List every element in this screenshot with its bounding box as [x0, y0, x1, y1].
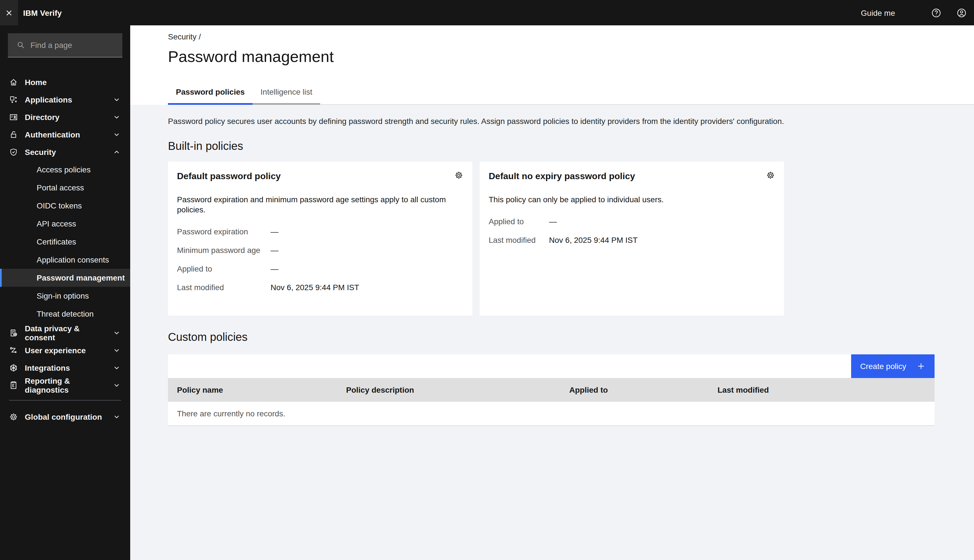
column-header-policy-name[interactable]: Policy name — [168, 385, 337, 394]
table-header-row: Policy name Policy description Applied t… — [168, 378, 934, 402]
data-privacy-icon — [9, 328, 18, 337]
sidebar-subitem-sign-in-options[interactable]: Sign-in options — [0, 287, 130, 305]
chevron-down-icon — [112, 328, 121, 337]
chevron-down-icon — [112, 95, 121, 104]
builtin-policy-cards: Default password policy — [168, 162, 974, 315]
field-label: Applied to — [489, 216, 549, 227]
tab-password-policies[interactable]: Password policies — [168, 82, 252, 105]
tab-bar: Password policies Intelligence list — [168, 82, 974, 105]
sidebar-subitem-api-access[interactable]: API access — [0, 215, 130, 233]
sidebar-item-user-experience[interactable]: User experience — [0, 342, 130, 359]
sidebar-item-label: Security — [25, 147, 56, 156]
gear-icon — [9, 412, 18, 421]
builtin-policies-heading: Built-in policies — [168, 138, 974, 153]
sidebar-subitem-certificates[interactable]: Certificates — [0, 233, 130, 251]
column-header-applied-to[interactable]: Applied to — [560, 385, 709, 394]
chevron-down-icon — [112, 130, 121, 139]
table-toolbar: Create policy — [168, 354, 934, 378]
sidebar-item-label: User experience — [25, 346, 86, 355]
sidebar-subitem-application-consents[interactable]: Application consents — [0, 251, 130, 269]
page-description: Password policy secures user accounts by… — [168, 116, 974, 126]
sidebar-item-reporting[interactable]: Reporting & diagnostics — [0, 376, 130, 394]
chevron-down-icon — [112, 412, 121, 421]
page-title: Password management — [168, 47, 974, 67]
unlock-icon — [9, 130, 18, 139]
sidebar-item-label: Home — [25, 77, 47, 87]
help-button[interactable] — [923, 0, 949, 25]
sidebar-item-label: Applications — [25, 95, 72, 104]
sidebar-item-label: Directory — [25, 112, 60, 122]
shield-check-icon — [9, 147, 18, 156]
field-label: Password expiration — [177, 227, 270, 237]
column-header-last-modified[interactable]: Last modified — [709, 385, 934, 394]
chevron-up-icon — [112, 147, 121, 156]
policy-settings-button[interactable] — [766, 171, 775, 180]
sidebar-item-applications[interactable]: Applications — [0, 91, 130, 108]
sidebar-subitem-threat-detection[interactable]: Threat detection — [0, 305, 130, 323]
field-value: — — [549, 216, 557, 227]
applications-icon — [9, 95, 18, 104]
directory-icon — [9, 112, 18, 122]
column-header-policy-description[interactable]: Policy description — [337, 385, 560, 394]
table-empty-state: There are currently no records. — [168, 402, 934, 426]
search-input[interactable]: Find a page — [8, 33, 122, 57]
policy-field-row: Last modified Nov 6, 2025 9:44 PM IST — [177, 282, 463, 292]
policy-field-row: Minimum password age — — [177, 245, 463, 255]
sidebar-subitem-access-policies[interactable]: Access policies — [0, 160, 130, 178]
sidebar: Find a page Home — [0, 25, 130, 560]
sidebar-item-global-configuration[interactable]: Global configuration — [0, 408, 130, 425]
sidebar-subitem-oidc-tokens[interactable]: OIDC tokens — [0, 197, 130, 215]
field-label: Last modified — [177, 282, 270, 292]
search-placeholder: Find a page — [30, 40, 72, 50]
field-value: — — [270, 264, 279, 274]
top-bar-actions: Guide me — [861, 0, 974, 25]
create-policy-button[interactable]: Create policy — [851, 354, 934, 378]
field-value: Nov 6, 2025 9:44 PM IST — [270, 282, 359, 292]
chevron-down-icon — [112, 112, 121, 122]
card-title: Default no expiry password policy — [489, 171, 635, 182]
chevron-down-icon — [112, 363, 121, 372]
field-label: Last modified — [489, 235, 549, 245]
home-icon — [9, 77, 18, 87]
close-sidebar-button[interactable] — [0, 0, 18, 25]
page-header: Security / Password management Password … — [130, 25, 974, 105]
field-value: — — [270, 227, 279, 237]
custom-policies-table: Create policy Policy name Policy descrip… — [168, 354, 934, 426]
sidebar-item-data-privacy[interactable]: Data privacy & consent — [0, 324, 130, 342]
search-icon — [16, 40, 25, 50]
top-bar: IBM Verify Guide me — [0, 0, 974, 25]
account-button[interactable] — [949, 0, 974, 25]
breadcrumb[interactable]: Security / — [168, 32, 201, 41]
sidebar-divider — [9, 400, 121, 400]
tab-intelligence-list[interactable]: Intelligence list — [252, 82, 320, 105]
sidebar-subitem-password-management[interactable]: Password management — [0, 269, 130, 287]
create-policy-label: Create policy — [860, 362, 906, 371]
sidebar-item-home[interactable]: Home — [0, 73, 130, 91]
sidebar-item-label: Integrations — [25, 363, 70, 372]
guide-me-link[interactable]: Guide me — [861, 8, 895, 17]
integrations-icon — [9, 363, 18, 372]
close-icon — [5, 8, 13, 17]
field-label: Applied to — [177, 264, 270, 274]
policy-settings-button[interactable] — [454, 171, 463, 180]
app-window: IBM Verify Guide me — [0, 0, 974, 560]
reporting-icon — [9, 380, 18, 390]
sidebar-item-directory[interactable]: Directory — [0, 108, 130, 126]
sidebar-item-integrations[interactable]: Integrations — [0, 359, 130, 376]
gear-icon — [454, 171, 463, 180]
card-description: This policy can only be applied to indiv… — [489, 194, 775, 205]
brand-title: IBM Verify — [23, 8, 62, 17]
field-value: — — [270, 245, 279, 255]
sidebar-item-label: Reporting & diagnostics — [25, 376, 105, 394]
policy-field-row: Last modified Nov 6, 2025 9:44 PM IST — [489, 235, 775, 245]
sidebar-subitem-portal-access[interactable]: Portal access — [0, 178, 130, 197]
sidebar-item-label: Global configuration — [25, 412, 102, 421]
sidebar-item-label: Authentication — [25, 130, 80, 139]
default-no-expiry-policy-card: Default no expiry password policy — [480, 162, 784, 315]
default-password-policy-card: Default password policy — [168, 162, 472, 315]
sidebar-item-authentication[interactable]: Authentication — [0, 126, 130, 143]
sidebar-item-label: Data privacy & consent — [25, 324, 105, 342]
main-area: Security / Password management Password … — [130, 25, 974, 560]
sidebar-item-security[interactable]: Security — [0, 143, 130, 160]
user-experience-icon — [9, 346, 18, 355]
